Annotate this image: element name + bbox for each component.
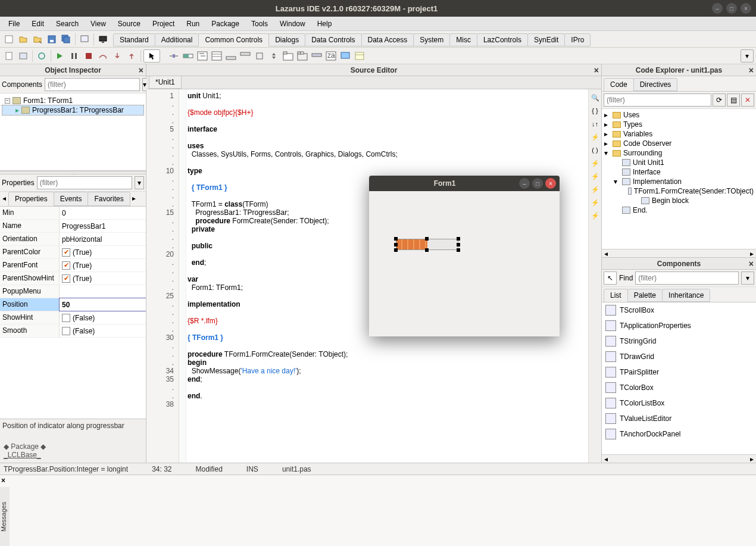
components-tab-list[interactable]: List xyxy=(604,289,628,302)
sort-icon[interactable]: ↓↑ xyxy=(591,119,600,129)
palette-tab-lazcontrols[interactable]: LazControls xyxy=(477,33,528,46)
component-list-item[interactable]: TStringGrid xyxy=(602,333,756,349)
menu-source[interactable]: Source xyxy=(112,18,146,29)
component-list-item[interactable]: TScrollBox xyxy=(602,302,756,318)
property-value[interactable]: (True) xyxy=(60,272,146,285)
property-value[interactable]: 0 xyxy=(60,207,146,219)
chevron-down-icon[interactable]: ▾ xyxy=(741,49,754,63)
checkbox-icon[interactable] xyxy=(62,327,70,335)
explorer-node[interactable]: ▾Surrounding xyxy=(603,148,755,158)
component-popupnotifier-icon[interactable] xyxy=(339,49,352,63)
resize-handle[interactable] xyxy=(425,237,429,241)
expander-icon[interactable]: ▸ xyxy=(604,130,610,138)
palette-tab-common-controls[interactable]: Common Controls xyxy=(198,33,269,46)
explorer-node[interactable]: Begin block xyxy=(603,196,755,205)
explorer-tab-directives[interactable]: Directives xyxy=(633,78,678,91)
clear-filter-icon[interactable]: ✕ xyxy=(741,93,754,107)
monitor-icon[interactable] xyxy=(96,33,110,46)
property-row[interactable]: Position50 xyxy=(0,298,146,311)
tree-node[interactable]: −Form1: TForm1 xyxy=(2,96,143,105)
toggle-form-icon[interactable] xyxy=(78,33,91,46)
palette-tab-system[interactable]: System xyxy=(413,33,450,46)
component-listview-icon[interactable] xyxy=(210,49,223,63)
palette-tab-standard[interactable]: Standard xyxy=(113,33,155,46)
close-icon[interactable]: × xyxy=(545,178,556,189)
palette-tab-misc[interactable]: Misc xyxy=(449,33,477,46)
menu-project[interactable]: Project xyxy=(146,18,180,29)
component-list-item[interactable]: TPairSplitter xyxy=(602,364,756,380)
expander-icon[interactable]: ▾ xyxy=(604,149,610,157)
component-toolbar-icon[interactable] xyxy=(239,49,252,63)
prop-tab-events[interactable]: Events xyxy=(54,192,89,206)
menu-help[interactable]: Help xyxy=(311,18,338,29)
run-icon[interactable] xyxy=(54,49,67,63)
explorer-node[interactable]: End. xyxy=(603,205,755,215)
progressbar-component[interactable] xyxy=(396,239,458,250)
close-icon[interactable]: × xyxy=(594,65,599,75)
property-row[interactable]: Min0 xyxy=(0,207,146,220)
component-list-item[interactable]: TValueListEditor xyxy=(602,411,756,426)
menu-edit[interactable]: Edit xyxy=(26,18,50,29)
property-value[interactable]: ProgressBar1 xyxy=(60,220,146,232)
palette-tab-ipro[interactable]: IPro xyxy=(564,33,591,46)
maximize-icon[interactable]: □ xyxy=(726,3,737,14)
property-row[interactable]: ShowHint(False) xyxy=(0,311,146,325)
lightning-icon[interactable]: ⚡ xyxy=(591,171,600,181)
pointer-tool-icon[interactable]: ↖ xyxy=(604,272,617,285)
close-icon[interactable]: × xyxy=(741,3,751,14)
property-value[interactable]: 50 xyxy=(60,298,146,311)
palette-tab-additional[interactable]: Additional xyxy=(155,33,199,46)
fold-strip[interactable] xyxy=(179,89,186,463)
property-value[interactable]: (True) xyxy=(60,246,146,258)
lightning-icon[interactable]: ⚡ xyxy=(591,158,600,168)
form-design-surface[interactable] xyxy=(369,191,560,336)
palette-tab-synedit[interactable]: SynEdit xyxy=(527,33,565,46)
checkbox-icon[interactable] xyxy=(62,261,70,270)
menu-package[interactable]: Package xyxy=(205,18,245,29)
property-row[interactable]: ParentColor(True) xyxy=(0,246,146,259)
component-progressbar-icon[interactable] xyxy=(182,49,195,63)
options-icon[interactable]: ▤ xyxy=(727,93,740,107)
close-icon[interactable]: × xyxy=(749,65,754,75)
save-all-icon[interactable] xyxy=(60,33,73,46)
pause-icon[interactable] xyxy=(68,49,81,63)
save-icon[interactable] xyxy=(45,33,58,46)
lightning-icon[interactable]: ⚡ xyxy=(591,198,600,207)
explorer-node[interactable]: Unit Unit1 xyxy=(603,158,755,167)
lightning-icon[interactable]: ⚡ xyxy=(591,211,600,220)
component-toolbutton-icon[interactable] xyxy=(253,49,266,63)
minimize-icon[interactable]: – xyxy=(712,3,723,14)
lightning-icon[interactable]: ⚡ xyxy=(591,132,600,142)
scroll-right-icon[interactable]: ▸ xyxy=(130,192,138,206)
palette-tab-data-controls[interactable]: Data Controls xyxy=(305,33,361,46)
property-value[interactable]: (False) xyxy=(60,311,146,324)
filter-icon[interactable]: ▾ xyxy=(135,176,144,189)
explorer-tab-code[interactable]: Code xyxy=(604,78,634,91)
explorer-tree[interactable]: ▸Uses▸Types▸Variables▸Code Observer▾Surr… xyxy=(602,109,756,249)
menu-search[interactable]: Search xyxy=(50,18,85,29)
menu-run[interactable]: Run xyxy=(180,18,205,29)
property-value[interactable] xyxy=(60,285,146,298)
source-tab-unit1[interactable]: *Unit1 xyxy=(149,76,182,89)
prop-tab-properties[interactable]: Properties xyxy=(8,192,54,206)
explorer-node[interactable]: TForm1.FormCreate(Sender:TObject) xyxy=(603,186,755,196)
close-icon[interactable]: × xyxy=(749,259,754,269)
component-updown-icon[interactable] xyxy=(267,49,280,63)
form-titlebar[interactable]: Form1 – □ × xyxy=(369,176,560,191)
property-row[interactable]: ParentShowHint(True) xyxy=(0,272,146,285)
form-designer-window[interactable]: Form1 – □ × xyxy=(369,176,560,336)
property-row[interactable]: PopupMenu xyxy=(0,285,146,298)
component-list-item[interactable]: TColorBox xyxy=(602,380,756,395)
component-statusbar-icon[interactable] xyxy=(224,49,238,63)
resize-handle[interactable] xyxy=(394,237,398,241)
messages-label[interactable]: Messages xyxy=(0,487,10,546)
explorer-node[interactable]: ▸Types xyxy=(603,120,755,129)
checkbox-icon[interactable] xyxy=(62,314,70,322)
lightning-icon[interactable]: ⚡ xyxy=(591,185,600,194)
property-value[interactable]: (True) xyxy=(60,259,146,272)
menu-file[interactable]: File xyxy=(2,18,26,29)
property-grid[interactable]: Min0NameProgressBar1OrientationpbHorizon… xyxy=(0,207,146,419)
menu-window[interactable]: Window xyxy=(274,18,311,29)
explorer-node[interactable]: ▸Variables xyxy=(603,129,755,139)
refresh-icon[interactable]: ⟳ xyxy=(713,93,726,107)
